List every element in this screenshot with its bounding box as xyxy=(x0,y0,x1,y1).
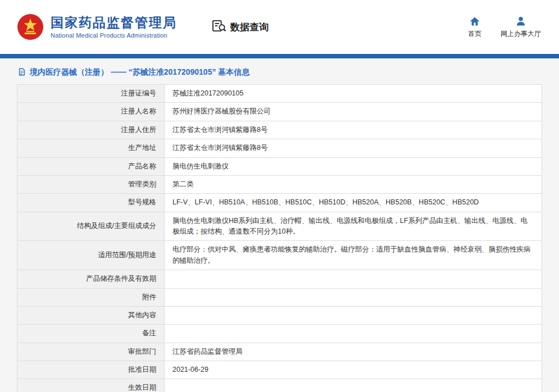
data-query-nav[interactable]: 数据查询 xyxy=(212,20,269,35)
main-content: 境内医疗器械（注册） —— “苏械注准20172090105” 基本信息 注册证… xyxy=(0,58,559,392)
table-row: 产品储存条件及有效期 xyxy=(17,270,542,288)
table-row: 其他内容 xyxy=(17,306,542,324)
nav-service-hall-label: 网上办事大厅 xyxy=(501,29,541,39)
nmpa-brand[interactable]: 国家药品监督管理局 National Medical Products Admi… xyxy=(17,13,177,40)
table-row: 注册人名称苏州好博医疗器械股份有限公司 xyxy=(17,103,542,121)
row-value xyxy=(165,306,542,324)
row-label: 适用范围/预期用途 xyxy=(17,241,165,270)
row-value: 2021-06-29 xyxy=(165,361,542,379)
page-title: 境内医疗器械（注册） —— “苏械注准20172090105” 基本信息 xyxy=(18,67,542,78)
row-label: 附件 xyxy=(17,288,165,306)
table-row: 结构及组成/主要组成成分脑电仿生电刺激仪HB系列由主机、治疗帽、输出线、电源线和… xyxy=(17,212,542,241)
header-left: 国家药品监督管理局 National Medical Products Admi… xyxy=(17,13,269,40)
header-nav: 首页 网上办事大厅 xyxy=(468,16,541,39)
info-table-body: 注册证编号苏械注准20172090105注册人名称苏州好博医疗器械股份有限公司注… xyxy=(17,85,542,392)
row-label: 生效日期 xyxy=(17,379,165,392)
row-value: 电疗部分：供对中风、瘫痪患者功能恢复的辅助治疗。磁疗部分：适用于缺血性脑血管病、… xyxy=(165,241,542,270)
data-query-label: 数据查询 xyxy=(230,21,269,34)
row-value: 苏州好博医疗器械股份有限公司 xyxy=(165,103,542,121)
org-name-en: National Medical Products Administration xyxy=(51,32,177,39)
row-label: 注册证编号 xyxy=(17,85,165,103)
row-label: 备注 xyxy=(17,325,165,343)
row-value: 苏械注准20172090105 xyxy=(165,85,542,103)
document-search-icon xyxy=(212,20,226,35)
page: 国家药品监督管理局 National Medical Products Admi… xyxy=(0,0,559,392)
header-divider-bar xyxy=(0,54,559,58)
user-icon xyxy=(515,16,526,27)
nav-home-label: 首页 xyxy=(468,29,481,39)
row-label: 注册人名称 xyxy=(17,103,165,121)
row-label: 型号规格 xyxy=(17,194,165,212)
table-row: 附件 xyxy=(17,288,542,306)
page-title-text: 境内医疗器械（注册） —— “苏械注准20172090105” 基本信息 xyxy=(30,67,249,78)
row-value xyxy=(165,288,542,306)
row-value xyxy=(165,379,542,392)
row-value: 脑电仿生电刺激仪HB系列由主机、治疗帽、输出线、电源线和电极组成，LF系列产品由… xyxy=(165,212,542,241)
row-value: LF-V、LF-VI、HB510A、HB510B、HB510C、HB510D、H… xyxy=(165,194,542,212)
table-row: 产品名称脑电仿生电刺激仪 xyxy=(17,157,542,175)
nav-home[interactable]: 首页 xyxy=(468,16,481,39)
row-label: 结构及组成/主要组成成分 xyxy=(17,212,165,241)
row-value xyxy=(165,270,542,288)
row-value: 江苏省太仓市浏河镇紫藤路8号 xyxy=(165,121,542,139)
row-value: 江苏省太仓市浏河镇紫藤路8号 xyxy=(165,139,542,157)
site-header: 国家药品监督管理局 National Medical Products Admi… xyxy=(0,0,559,54)
row-value: 脑电仿生电刺激仪 xyxy=(165,157,542,175)
table-row: 适用范围/预期用途电疗部分：供对中风、瘫痪患者功能恢复的辅助治疗。磁疗部分：适用… xyxy=(17,241,542,270)
table-row: 注册证编号苏械注准20172090105 xyxy=(17,85,542,103)
row-label: 产品名称 xyxy=(17,157,165,175)
national-emblem-logo xyxy=(17,13,44,40)
row-label: 注册人住所 xyxy=(17,121,165,139)
org-name-cn: 国家药品监督管理局 xyxy=(51,15,177,30)
table-row: 生产地址江苏省太仓市浏河镇紫藤路8号 xyxy=(17,139,542,157)
registration-info-table: 注册证编号苏械注准20172090105注册人名称苏州好博医疗器械股份有限公司注… xyxy=(17,84,542,392)
row-value xyxy=(165,325,542,343)
org-names: 国家药品监督管理局 National Medical Products Admi… xyxy=(51,15,177,39)
row-label: 生产地址 xyxy=(17,139,165,157)
row-label: 管理类别 xyxy=(17,175,165,193)
row-label: 其他内容 xyxy=(17,306,165,324)
row-label: 审批部门 xyxy=(17,343,165,361)
nav-service-hall[interactable]: 网上办事大厅 xyxy=(501,16,541,39)
home-icon xyxy=(469,16,480,27)
table-row: 备注 xyxy=(17,325,542,343)
table-row: 生效日期 xyxy=(17,379,542,392)
row-label: 批准日期 xyxy=(17,361,165,379)
row-value: 江苏省药品监督管理局 xyxy=(165,343,542,361)
table-row: 型号规格LF-V、LF-VI、HB510A、HB510B、HB510C、HB51… xyxy=(17,194,542,212)
table-row: 管理类别第二类 xyxy=(17,175,542,193)
table-row: 审批部门江苏省药品监督管理局 xyxy=(17,343,542,361)
row-value: 第二类 xyxy=(165,175,542,193)
row-label: 产品储存条件及有效期 xyxy=(17,270,165,288)
table-row: 注册人住所江苏省太仓市浏河镇紫藤路8号 xyxy=(17,121,542,139)
document-icon xyxy=(18,68,26,78)
table-row: 批准日期2021-06-29 xyxy=(17,361,542,379)
